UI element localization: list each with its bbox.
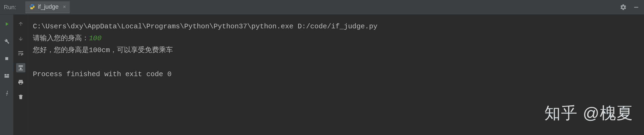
layout-button[interactable] (2, 71, 11, 80)
output-line: 您好，您的身高是100cm，可以享受免费乘车 (33, 44, 639, 56)
run-toolbar-primary (0, 15, 13, 135)
down-arrow-icon[interactable] (16, 34, 25, 43)
run-tab[interactable]: if_judge × (25, 1, 70, 13)
exit-code-line: Process finished with exit code 0 (33, 68, 639, 80)
run-panel-header: Run: if_judge × (0, 0, 644, 15)
minimize-icon[interactable] (632, 3, 640, 11)
svg-rect-5 (7, 74, 9, 76)
python-file-icon (29, 4, 35, 10)
output-line: 请输入您的身高：100 (33, 32, 639, 44)
svg-point-1 (33, 8, 33, 9)
panel-title: Run: (4, 4, 16, 11)
scroll-to-end-icon[interactable] (16, 63, 25, 72)
print-icon[interactable] (16, 78, 25, 87)
soft-wrap-icon[interactable] (16, 49, 25, 58)
close-tab-icon[interactable]: × (63, 4, 66, 10)
tab-label: if_judge (38, 3, 58, 10)
wrench-button[interactable] (2, 37, 11, 46)
up-arrow-icon[interactable] (16, 19, 25, 29)
svg-point-0 (31, 5, 32, 5)
rerun-button[interactable] (2, 19, 11, 29)
watermark: 知乎 @槐夏 (544, 99, 633, 127)
blank-line (33, 56, 639, 68)
run-toolbar-secondary (13, 15, 28, 135)
settings-icon[interactable] (619, 3, 627, 11)
stop-button[interactable] (2, 54, 11, 63)
svg-rect-6 (4, 76, 9, 78)
prompt-text: 请输入您的身高： (33, 34, 89, 42)
output-line: C:\Users\dxy\AppData\Local\Programs\Pyth… (33, 21, 639, 32)
pin-button[interactable] (2, 89, 11, 98)
console-output[interactable]: C:\Users\dxy\AppData\Local\Programs\Pyth… (28, 15, 644, 135)
svg-rect-3 (5, 57, 8, 60)
svg-rect-4 (4, 74, 6, 76)
delete-icon[interactable] (16, 92, 25, 102)
run-panel-body: C:\Users\dxy\AppData\Local\Programs\Pyth… (0, 15, 644, 135)
user-input-text: 100 (89, 34, 102, 42)
